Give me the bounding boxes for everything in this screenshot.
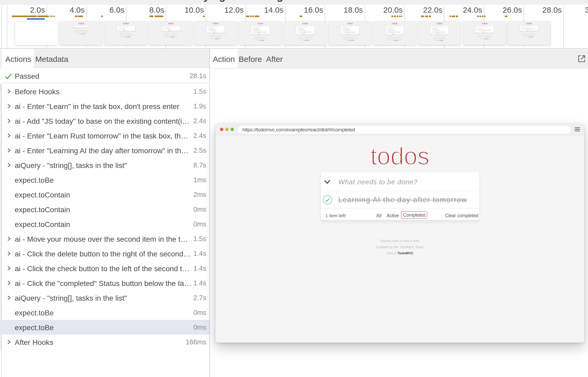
svg-text:todos: todos [370, 143, 429, 170]
